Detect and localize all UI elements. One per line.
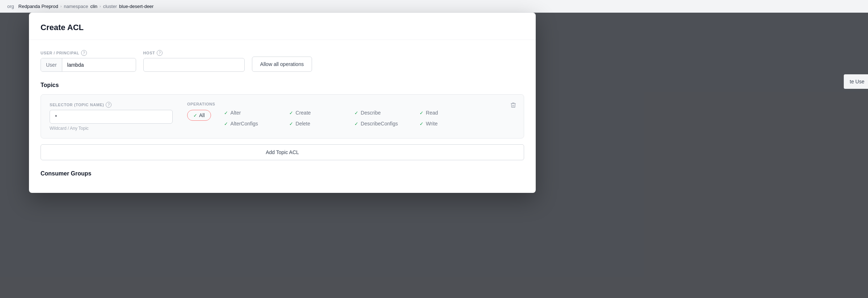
modal-header: Create ACL <box>29 13 536 40</box>
host-label: HOST ? <box>143 50 245 56</box>
alterconfigs-check-icon: ✓ <box>224 121 228 127</box>
right-edge-text: te Use <box>844 74 868 89</box>
breadcrumb-cluster-value[interactable]: blue-desert-deer <box>119 4 153 9</box>
op-alterconfigs: ✓ AlterConfigs <box>224 121 289 127</box>
user-principal-input[interactable] <box>62 58 136 71</box>
modal-backdrop: Create ACL USER / PRINCIPAL ? User <box>0 13 868 298</box>
consumer-groups-title: Consumer Groups <box>41 170 524 177</box>
breadcrumb-bar: org Redpanda Preprod › namespace clin › … <box>0 0 868 13</box>
breadcrumb-org-label: org <box>7 4 14 9</box>
create-check-icon: ✓ <box>289 110 293 116</box>
topics-row: SELECTOR (TOPIC NAME) ? Wildcard / Any T… <box>50 102 515 131</box>
selector-help-icon[interactable]: ? <box>106 102 111 108</box>
user-principal-group: USER / PRINCIPAL ? User <box>41 50 136 72</box>
host-help-icon[interactable]: ? <box>157 50 163 56</box>
trash-icon <box>510 102 517 108</box>
user-host-row: USER / PRINCIPAL ? User HOST ? <box>41 50 524 72</box>
chevron-icon-1: › <box>60 4 62 8</box>
selector-input[interactable] <box>50 110 173 124</box>
user-principal-help-icon[interactable]: ? <box>81 50 87 56</box>
add-topic-acl-button[interactable]: Add Topic ACL <box>41 144 524 160</box>
write-check-icon: ✓ <box>420 121 424 127</box>
breadcrumb-namespace-value[interactable]: clin <box>90 4 98 9</box>
topics-card: SELECTOR (TOPIC NAME) ? Wildcard / Any T… <box>41 94 524 138</box>
op-read: ✓ Read <box>420 110 485 116</box>
op-delete: ✓ Delete <box>289 121 354 127</box>
host-group: HOST ? <box>143 50 245 72</box>
topics-section-title: Topics <box>41 82 524 88</box>
op-describe: ✓ Describe <box>354 110 420 116</box>
all-operations-button[interactable]: ✓ All <box>187 110 211 121</box>
user-principal-input-wrapper: User <box>41 58 136 72</box>
delete-check-icon: ✓ <box>289 121 293 127</box>
topics-section: Topics SELECTOR (TOPIC NAME) ? Wildcard … <box>41 82 524 160</box>
breadcrumb-org-value[interactable]: Redpanda Preprod <box>18 4 58 9</box>
op-alter: ✓ Alter <box>224 110 289 116</box>
alter-check-icon: ✓ <box>224 110 228 116</box>
operations-columns: ✓ Alter ✓ Create ✓ Descr <box>224 110 485 127</box>
describeconfigs-check-icon: ✓ <box>354 121 358 127</box>
consumer-groups-section: Consumer Groups <box>41 170 524 177</box>
host-input[interactable] <box>143 58 245 72</box>
allow-all-button[interactable]: Allow all operations <box>252 57 312 72</box>
breadcrumb-cluster-label: cluster <box>103 4 117 9</box>
operations-grid: ✓ All ✓ Alter <box>187 110 515 127</box>
all-btn-wrapper: ✓ All <box>187 110 211 121</box>
all-check-icon: ✓ <box>193 113 197 118</box>
selector-group: SELECTOR (TOPIC NAME) ? Wildcard / Any T… <box>50 102 173 131</box>
operations-label: OPERATIONS <box>187 102 515 106</box>
operations-group: OPERATIONS ✓ All <box>187 102 515 127</box>
op-describeconfigs: ✓ DescribeConfigs <box>354 121 420 127</box>
selector-label: SELECTOR (TOPIC NAME) ? <box>50 102 173 108</box>
user-prefix: User <box>41 58 62 71</box>
delete-topic-acl-button[interactable] <box>509 100 518 112</box>
describe-check-icon: ✓ <box>354 110 358 116</box>
op-write: ✓ Write <box>420 121 485 127</box>
read-check-icon: ✓ <box>420 110 424 116</box>
breadcrumb-namespace-label: namespace <box>64 4 88 9</box>
modal-body: USER / PRINCIPAL ? User HOST ? <box>29 40 536 193</box>
wildcard-hint: Wildcard / Any Topic <box>50 126 173 131</box>
chevron-icon-2: › <box>100 4 101 8</box>
op-create: ✓ Create <box>289 110 354 116</box>
user-principal-label: USER / PRINCIPAL ? <box>41 50 136 56</box>
modal-title: Create ACL <box>41 23 524 32</box>
create-acl-modal: Create ACL USER / PRINCIPAL ? User <box>29 13 536 193</box>
